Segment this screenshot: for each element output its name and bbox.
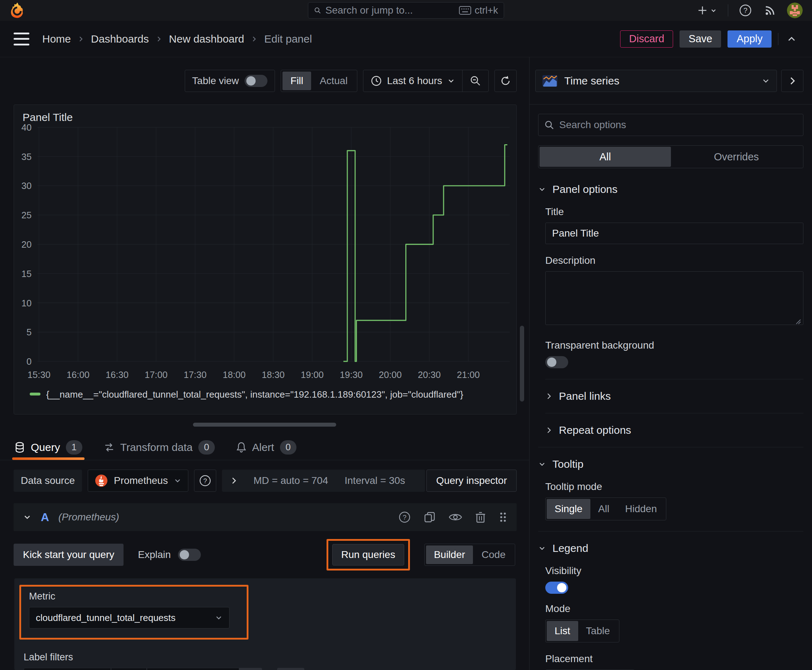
legend-visibility-toggle[interactable] xyxy=(545,582,568,594)
explain-toggle[interactable] xyxy=(178,549,201,561)
tooltip-hidden-option[interactable]: Hidden xyxy=(617,499,665,519)
svg-text:20:30: 20:30 xyxy=(418,369,441,379)
metric-select[interactable]: cloudflared_tunnel_total_requests xyxy=(29,607,229,628)
tab-all[interactable]: All xyxy=(539,147,671,167)
transparent-bg-toggle[interactable] xyxy=(545,356,568,368)
chevron-right-icon xyxy=(546,392,552,400)
menu-toggle-button[interactable] xyxy=(14,32,29,46)
legend-list-option[interactable]: List xyxy=(547,621,578,641)
code-option[interactable]: Code xyxy=(474,545,514,564)
breadcrumb-dashboards[interactable]: Dashboards xyxy=(91,33,149,45)
drag-handle-icon[interactable] xyxy=(499,511,507,523)
datasource-value: Prometheus xyxy=(114,475,168,486)
svg-text:40: 40 xyxy=(22,124,32,132)
time-series-chart[interactable]: 051015202530354015:3016:0016:3017:0017:3… xyxy=(14,124,516,389)
duplicate-icon[interactable] xyxy=(424,511,436,523)
operator-dropdown[interactable]: = xyxy=(111,668,147,670)
refresh-button[interactable] xyxy=(495,70,517,92)
panel-options-header[interactable]: Panel options xyxy=(538,183,804,195)
series-swatch[interactable] xyxy=(30,393,41,396)
actual-option[interactable]: Actual xyxy=(312,71,356,90)
tooltip-all-option[interactable]: All xyxy=(590,499,617,519)
datasource-picker[interactable]: Prometheus xyxy=(88,470,188,492)
tab-overrides[interactable]: Overrides xyxy=(671,147,802,167)
zoom-out-button[interactable] xyxy=(462,70,488,91)
panel-actions: Discard Save Apply xyxy=(620,30,798,47)
table-view-toggle[interactable] xyxy=(244,75,268,87)
search-input[interactable] xyxy=(325,5,455,16)
save-button[interactable]: Save xyxy=(680,30,721,47)
query-options-bar[interactable]: MD = auto = 704 Interval = 30s xyxy=(222,470,425,492)
add-menu-button[interactable] xyxy=(696,3,719,17)
user-avatar[interactable] xyxy=(787,2,803,18)
discard-button[interactable]: Discard xyxy=(620,30,673,47)
fill-option[interactable]: Fill xyxy=(283,71,311,90)
remove-filter-button[interactable]: ✕ xyxy=(239,668,262,670)
visualization-picker[interactable]: Time series xyxy=(535,70,777,92)
resize-grip-icon[interactable] xyxy=(795,318,801,325)
tooltip-header[interactable]: Tooltip xyxy=(538,458,804,470)
svg-text:?: ? xyxy=(403,514,407,521)
chevron-down-icon[interactable] xyxy=(23,513,32,521)
tab-query-count: 1 xyxy=(66,440,82,455)
global-search[interactable]: ctrl+k xyxy=(308,2,504,19)
question-circle-icon[interactable]: ? xyxy=(398,511,411,523)
description-textarea[interactable] xyxy=(545,271,804,325)
kick-start-button[interactable]: Kick start your query xyxy=(14,544,124,566)
shortcut-label: ctrl+k xyxy=(475,5,498,16)
select-label-dropdown[interactable]: Select label xyxy=(24,668,111,670)
query-editor: Data source Prometheus ? MD = auto = 704… xyxy=(0,460,529,670)
panel-resize-handle[interactable] xyxy=(193,423,336,426)
vertical-scrollbar[interactable] xyxy=(520,326,524,401)
add-filter-button[interactable]: + xyxy=(277,668,304,670)
help-button[interactable]: ? xyxy=(737,2,753,18)
collapse-header-button[interactable] xyxy=(785,32,798,46)
question-circle-icon: ? xyxy=(199,475,211,487)
query-inspector-button[interactable]: Query inspector xyxy=(426,470,517,492)
svg-text:0: 0 xyxy=(27,357,32,367)
chevron-down-icon xyxy=(538,185,546,193)
grafana-logo-icon[interactable] xyxy=(9,2,25,19)
tooltip-body: Tooltip mode Single All Hidden xyxy=(538,470,804,520)
select-value-dropdown[interactable]: Select value xyxy=(147,668,239,670)
series-label[interactable]: {__name__="cloudflared_tunnel_total_requ… xyxy=(46,389,463,400)
legend-mode-switch: List Table xyxy=(545,619,619,643)
options-search-input[interactable] xyxy=(559,119,797,130)
edit-panel-left: Table view Fill Actual Last 6 hours xyxy=(0,57,529,670)
apply-button[interactable]: Apply xyxy=(727,30,771,47)
query-ref-id[interactable]: A xyxy=(41,511,49,524)
tooltip-single-option[interactable]: Single xyxy=(547,499,590,519)
datasource-help-button[interactable]: ? xyxy=(194,470,216,492)
max-data-points: MD = auto = 704 xyxy=(253,475,328,486)
tab-transform[interactable]: Transform data 0 xyxy=(104,435,215,460)
options-search[interactable] xyxy=(538,114,804,136)
panel-title-input[interactable] xyxy=(545,223,804,244)
run-queries-button[interactable]: Run queries xyxy=(332,544,404,565)
collapse-options-button[interactable] xyxy=(781,70,804,92)
breadcrumb-new-dashboard[interactable]: New dashboard xyxy=(169,33,244,45)
label-filters-label: Label filters xyxy=(24,652,507,663)
eye-icon[interactable] xyxy=(449,512,462,523)
chevron-right-icon xyxy=(546,426,552,434)
options-tabs: All Overrides xyxy=(538,146,804,168)
query-toolbar: Kick start your query Explain Run querie… xyxy=(14,531,517,579)
legend-table-option[interactable]: Table xyxy=(578,621,618,641)
time-controls: Last 6 hours xyxy=(363,70,489,92)
tab-query[interactable]: Query 1 xyxy=(14,435,82,460)
breadcrumb-home[interactable]: Home xyxy=(42,33,71,45)
search-shortcut: ctrl+k xyxy=(459,5,498,16)
panel-links-section[interactable]: Panel links xyxy=(538,390,804,402)
legend-header[interactable]: Legend xyxy=(538,542,804,554)
time-range-label: Last 6 hours xyxy=(387,75,442,86)
tab-alert[interactable]: Alert 0 xyxy=(236,435,297,460)
trash-icon[interactable] xyxy=(475,511,486,523)
time-range-picker[interactable]: Last 6 hours xyxy=(363,70,462,91)
repeat-options-section[interactable]: Repeat options xyxy=(538,424,804,436)
chevron-down-icon xyxy=(538,544,546,552)
refresh-icon xyxy=(500,75,511,86)
news-button[interactable] xyxy=(763,3,778,18)
editor-tabs: Query 1 Transform data 0 Alert 0 xyxy=(0,435,529,460)
builder-option[interactable]: Builder xyxy=(426,545,473,564)
chevron-up-icon xyxy=(786,34,797,44)
svg-text:18:30: 18:30 xyxy=(262,369,285,379)
